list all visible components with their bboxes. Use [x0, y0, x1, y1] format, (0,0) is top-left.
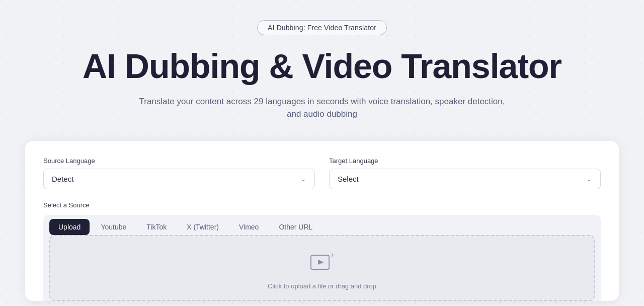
svg-marker-1: [318, 260, 324, 265]
upload-plus-icon: +: [331, 251, 335, 259]
target-language-chevron-icon: ⌄: [586, 175, 592, 183]
source-language-select[interactable]: Detect ⌄: [43, 169, 315, 189]
source-language-group: Source Language Detect ⌄: [43, 157, 315, 189]
badge: AI Dubbing: Free Video Translator: [257, 20, 387, 35]
main-title: AI Dubbing & Video Translator: [83, 47, 561, 85]
upload-icon-wrapper: +: [309, 251, 335, 277]
page-wrapper: AI Dubbing: Free Video Translator AI Dub…: [0, 0, 644, 301]
source-language-label: Source Language: [43, 157, 315, 165]
tab-vimeo[interactable]: Vimeo: [230, 219, 268, 235]
target-language-group: Target Language Select ⌄: [329, 157, 601, 189]
badge-label: AI Dubbing: Free Video Translator: [268, 24, 376, 32]
source-section-label: Select a Source: [43, 201, 601, 209]
source-language-value: Detect: [52, 175, 73, 183]
upload-area-wrapper: + Click to upload a file or drag and dro…: [43, 235, 601, 301]
tab-bar: Upload Youtube TikTok X (Twitter) Vimeo …: [43, 215, 601, 235]
subtitle: Translate your content across 29 languag…: [131, 95, 513, 121]
tab-tiktok[interactable]: TikTok: [137, 219, 176, 235]
tab-upload[interactable]: Upload: [49, 219, 90, 235]
upload-video-icon: [309, 251, 331, 273]
target-language-value: Select: [338, 175, 359, 183]
language-row: Source Language Detect ⌄ Target Language…: [43, 157, 601, 189]
target-language-select[interactable]: Select ⌄: [329, 169, 601, 189]
tab-other-url[interactable]: Other URL: [270, 219, 321, 235]
target-language-label: Target Language: [329, 157, 601, 165]
upload-hint-text: Click to upload a file or drag and drop: [268, 282, 376, 290]
source-language-chevron-icon: ⌄: [300, 175, 306, 183]
tab-twitter[interactable]: X (Twitter): [178, 219, 228, 235]
main-card: Source Language Detect ⌄ Target Language…: [25, 141, 619, 301]
upload-area[interactable]: + Click to upload a file or drag and dro…: [49, 235, 595, 301]
tab-youtube[interactable]: Youtube: [92, 219, 135, 235]
